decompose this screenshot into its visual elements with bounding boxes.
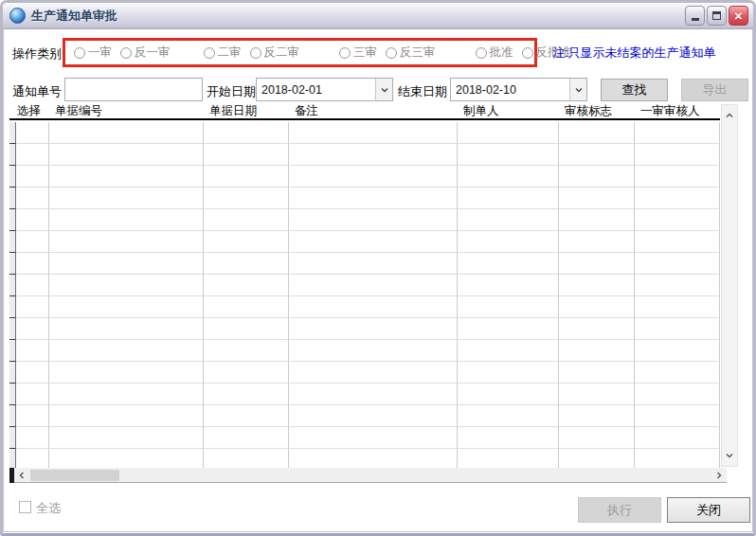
close-icon: × [734,9,743,23]
table-row[interactable] [9,188,720,209]
table-row[interactable] [9,362,720,384]
radio-option-三审[interactable]: 三审 [339,45,377,61]
table-cell [16,144,49,166]
table-header-cell[interactable]: 单据编号 [49,103,204,119]
minimize-button[interactable] [685,6,705,26]
radio-option-二审[interactable]: 二审 [204,45,242,61]
table-cell [204,188,289,209]
radio-icon[interactable] [522,47,533,59]
row-indicator [9,296,16,318]
scroll-left-button[interactable] [14,468,29,483]
radio-option-批准[interactable]: 批准 [476,45,513,61]
radio-icon[interactable] [476,47,487,59]
dialog-body: 操作类别 一审反一审二审反二审三审反三审批准反批准 注:只显示未结案的生产通知单… [3,29,753,532]
radio-icon[interactable] [339,47,351,59]
close-button[interactable]: 关闭 [667,497,750,523]
radio-icon[interactable] [250,47,261,59]
table-header-cell[interactable]: 单据日期 [204,103,289,119]
table-row[interactable] [9,122,720,144]
table-cell [289,362,458,384]
scroll-right-button[interactable] [711,468,727,483]
chevron-down-icon [725,451,734,460]
start-date-select[interactable]: 2018-02-01 [256,78,393,101]
radio-label: 三审 [353,45,377,61]
table-cell [635,275,720,296]
end-date-value: 2018-02-10 [451,83,569,97]
table-row[interactable] [9,231,720,253]
table-cell [559,122,635,144]
table-cell [204,144,289,166]
table-header-cell[interactable]: 审核标志 [559,103,635,119]
table-cell [49,362,204,384]
table-header-cell[interactable]: 备注 [289,103,458,119]
scroll-up-button[interactable] [722,108,737,123]
table-cell [16,427,49,449]
notice-number-input[interactable] [64,78,203,101]
vertical-scrollbar[interactable] [721,104,738,467]
table-cell [458,231,559,253]
end-date-select[interactable]: 2018-02-10 [450,78,587,101]
table-cell [49,188,204,209]
table-row[interactable] [9,144,720,166]
search-button[interactable]: 查找 [601,79,668,101]
radio-option-反二审[interactable]: 反二审 [250,45,300,61]
window-controls: × [685,6,748,26]
table-cell [559,144,635,166]
chevron-up-icon [725,111,734,120]
table-body [9,122,720,471]
table-row[interactable] [9,209,720,231]
table-cell [458,405,559,427]
table-cell [49,122,204,144]
table-row[interactable] [9,427,720,449]
table-row[interactable] [9,405,720,427]
table-cell [635,188,720,209]
radio-option-反一审[interactable]: 反一审 [120,45,171,61]
maximize-button[interactable] [707,6,727,26]
radio-icon[interactable] [386,47,397,59]
chevron-down-icon[interactable] [375,79,392,100]
table-row[interactable] [9,166,720,188]
table-row[interactable] [9,318,720,340]
table-row[interactable] [9,384,720,405]
table-row[interactable] [9,253,720,275]
table-header-cell[interactable]: 一审审核人 [635,103,720,119]
minimize-icon [692,18,699,21]
table-cell [49,340,204,362]
row-indicator [9,166,16,188]
table-cell [289,122,458,144]
select-all-checkbox[interactable] [19,501,31,513]
titlebar[interactable]: 生产通知单审批 × [3,3,753,29]
table-header-cell[interactable]: 制单人 [458,103,559,119]
table-row[interactable] [9,296,720,318]
scrollbar-thumb[interactable] [30,470,119,481]
table-cell [204,231,289,253]
table-cell [16,253,49,275]
table-cell [458,340,559,362]
radio-option-反三审[interactable]: 反三审 [386,45,436,61]
table-cell [635,427,720,449]
table-cell [204,275,289,296]
table-cell [559,231,635,253]
radio-icon[interactable] [204,47,215,59]
table-cell [635,318,720,340]
table-cell [49,166,204,188]
table-header-cell[interactable]: 选择 [9,103,49,119]
row-indicator [9,405,16,427]
chevron-down-icon[interactable] [569,79,586,100]
radio-option-一审[interactable]: 一审 [74,45,112,61]
table-cell [204,384,289,405]
table-cell [16,296,49,318]
table-row[interactable] [9,275,720,296]
table-cell [559,253,635,275]
horizontal-scrollbar[interactable] [9,468,727,483]
table-cell [559,362,635,384]
scroll-down-button[interactable] [722,448,737,463]
close-window-button[interactable]: × [729,6,748,26]
table-row[interactable] [9,340,720,362]
radio-icon[interactable] [74,47,85,59]
table-cell [635,296,720,318]
radio-icon[interactable] [120,47,132,59]
table-cell [204,296,289,318]
table-cell [635,253,720,275]
table-cell [16,405,49,427]
